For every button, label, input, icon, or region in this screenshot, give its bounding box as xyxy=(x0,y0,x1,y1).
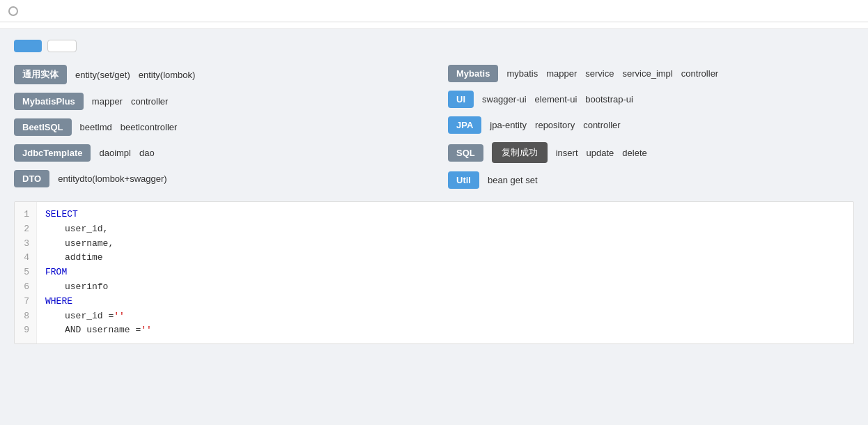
right-badge-3[interactable]: SQL xyxy=(448,144,483,162)
scroll-hint xyxy=(0,22,868,29)
left-category-row-3: JdbcTemplatedaoimpldao xyxy=(14,144,420,162)
code-lines: SELECTuser_id,username,addtimeFROMuserin… xyxy=(37,202,853,343)
right-link-3-2[interactable]: delete xyxy=(622,148,646,158)
code-line-9: AND username = '' xyxy=(45,323,845,338)
line-number-9: 9 xyxy=(22,323,29,338)
code-line-3: username, xyxy=(45,237,845,252)
line-number-3: 3 xyxy=(22,237,29,252)
right-category-row-3: SQL复制成功insertupdatedelete xyxy=(448,142,854,163)
copy-button[interactable] xyxy=(47,40,77,52)
right-badge-0[interactable]: Mybatis xyxy=(448,65,498,82)
code-line-4: addtime xyxy=(45,251,845,265)
right-link-2-1[interactable]: repository xyxy=(535,120,575,130)
code-line-2: user_id, xyxy=(45,222,845,237)
sql-bar xyxy=(0,0,868,22)
code-line-7: WHERE xyxy=(45,295,845,309)
code-editor-inner: 123456789 SELECTuser_id,username,addtime… xyxy=(15,202,853,343)
right-link-0-3[interactable]: service_impl xyxy=(622,68,672,79)
left-link-3-1[interactable]: dao xyxy=(139,148,155,158)
code-line-6: userinfo xyxy=(45,280,845,295)
left-category-row-0: 通用实体entity(set/get)entity(lombok) xyxy=(14,65,420,84)
left-badge-0[interactable]: 通用实体 xyxy=(14,65,67,84)
categories-section: 通用实体entity(set/get)entity(lombok)Mybatis… xyxy=(14,65,854,189)
left-categories: 通用实体entity(set/get)entity(lombok)Mybatis… xyxy=(14,65,420,189)
right-link-3-1[interactable]: update xyxy=(587,148,614,158)
left-link-4-0[interactable]: entitydto(lombok+swagger) xyxy=(58,173,166,184)
right-badge-1[interactable]: UI xyxy=(448,91,474,108)
line-number-6: 6 xyxy=(22,280,29,295)
code-line-8: user_id = '' xyxy=(45,309,845,324)
left-link-3-0[interactable]: daoimpl xyxy=(99,148,131,158)
left-link-1-1[interactable]: controller xyxy=(131,96,168,107)
left-badge-3[interactable]: JdbcTemplate xyxy=(14,144,91,162)
right-category-row-0: Mybatismybatismapperserviceservice_implc… xyxy=(448,65,854,82)
left-link-1-0[interactable]: mapper xyxy=(92,96,123,107)
right-link-0-0[interactable]: mybatis xyxy=(506,68,538,79)
line-number-2: 2 xyxy=(22,222,29,237)
right-link-1-0[interactable]: swagger-ui xyxy=(482,94,527,105)
right-categories: Mybatismybatismapperserviceservice_implc… xyxy=(448,65,854,189)
right-badge-4[interactable]: Util xyxy=(448,171,479,189)
circle-icon xyxy=(8,6,18,16)
right-link-4-0[interactable]: bean get set xyxy=(488,175,538,185)
line-number-4: 4 xyxy=(22,251,29,265)
line-number-1: 1 xyxy=(22,208,29,222)
left-badge-2[interactable]: BeetlSQL xyxy=(14,118,72,136)
left-category-row-4: DTOentitydto(lombok+swagger) xyxy=(14,170,420,187)
right-link-2-0[interactable]: jpa-entity xyxy=(490,120,527,130)
left-badge-4[interactable]: DTO xyxy=(14,170,49,187)
code-line-5: FROM xyxy=(45,265,845,280)
left-link-0-0[interactable]: entity(set/get) xyxy=(75,70,130,80)
generate-button[interactable] xyxy=(14,40,42,52)
right-link-0-4[interactable]: controller xyxy=(681,68,718,79)
right-badge-2[interactable]: JPA xyxy=(448,116,481,134)
main-content: 通用实体entity(set/get)entity(lombok)Mybatis… xyxy=(0,29,868,355)
right-link-2-2[interactable]: controller xyxy=(583,120,620,130)
copy-success-tooltip: 复制成功 xyxy=(492,142,548,163)
left-link-2-1[interactable]: beetlcontroller xyxy=(121,122,178,132)
right-link-3-0[interactable]: insert xyxy=(556,148,578,158)
right-category-row-2: JPAjpa-entityrepositorycontroller xyxy=(448,116,854,134)
line-numbers: 123456789 xyxy=(15,202,37,343)
right-link-1-2[interactable]: bootstrap-ui xyxy=(585,94,633,105)
line-number-8: 8 xyxy=(22,309,29,324)
button-row xyxy=(14,40,854,52)
code-line-1: SELECT xyxy=(45,208,845,222)
right-category-row-4: Utilbean get set xyxy=(448,171,854,189)
left-link-0-1[interactable]: entity(lombok) xyxy=(139,70,196,80)
left-link-2-0[interactable]: beetlmd xyxy=(80,122,112,132)
right-link-0-1[interactable]: mapper xyxy=(546,68,577,79)
left-category-row-2: BeetlSQLbeetlmdbeetlcontroller xyxy=(14,118,420,136)
line-number-7: 7 xyxy=(22,295,29,309)
right-link-0-2[interactable]: service xyxy=(585,68,614,79)
left-category-row-1: MybatisPlusmappercontroller xyxy=(14,93,420,110)
right-link-1-1[interactable]: element-ui xyxy=(535,94,578,105)
line-number-5: 5 xyxy=(22,265,29,280)
left-badge-1[interactable]: MybatisPlus xyxy=(14,93,84,110)
code-editor: 123456789 SELECTuser_id,username,addtime… xyxy=(14,201,854,344)
right-category-row-1: UIswagger-uielement-uibootstrap-ui xyxy=(448,91,854,108)
